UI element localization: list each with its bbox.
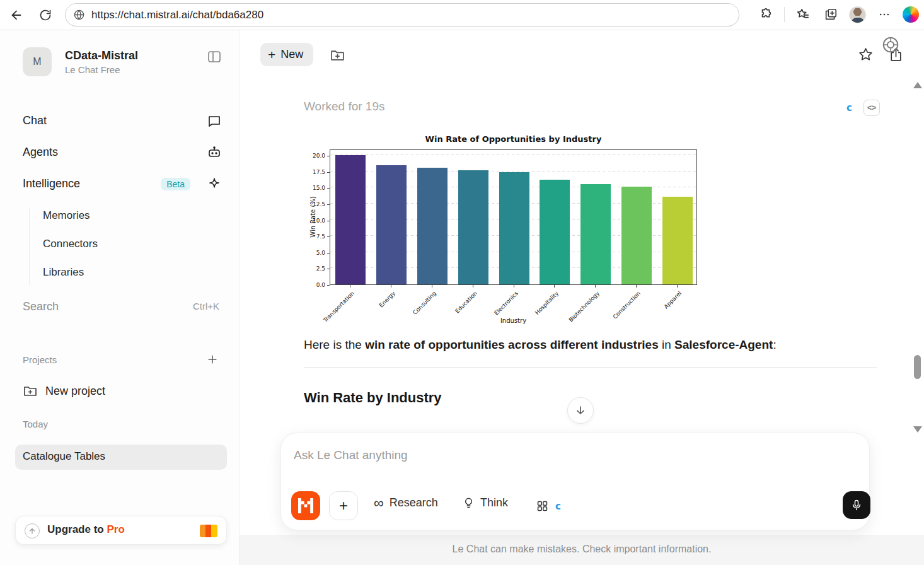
sidebar-collapse-icon[interactable] — [207, 49, 222, 64]
site-globe-icon — [73, 9, 85, 21]
chart-xtick-mark — [473, 285, 473, 288]
browser-window: https://chat.mistral.ai/chat/bda6a280 M … — [0, 0, 924, 565]
chart-bar-apparel — [662, 197, 693, 284]
upgrade-to-pro-button[interactable]: Upgrade to Pro — [15, 516, 227, 545]
think-toggle[interactable]: Think — [463, 496, 508, 510]
sidebar-item-label: Intelligence — [23, 177, 80, 190]
chart-ytick-mark — [327, 156, 330, 156]
new-project-label: New project — [45, 385, 105, 398]
chart-xtick-label: Hospitality — [534, 290, 560, 316]
beta-badge: Beta — [161, 178, 190, 190]
chart-xtick-mark — [636, 285, 637, 288]
new-chat-button[interactable]: + New — [260, 43, 313, 66]
chart-bar-energy — [376, 165, 407, 284]
chart-xtick-label: Education — [454, 290, 478, 315]
extensions-icon[interactable] — [756, 5, 775, 24]
copilot-icon[interactable] — [903, 6, 919, 23]
cdata-tool-icon: c — [555, 501, 560, 512]
message-divider — [304, 367, 877, 368]
back-icon[interactable] — [8, 6, 25, 24]
chart-xtick-mark — [432, 285, 432, 288]
agent-status-text: Worked for 19s — [304, 100, 384, 114]
assistant-message: Here is the win rate of opportunities ac… — [304, 338, 877, 352]
chart-bar-consulting — [417, 168, 448, 284]
add-project-icon[interactable] — [206, 353, 219, 366]
history-item-catalogue-tables[interactable]: Catalogue Tables — [15, 445, 227, 470]
chart-xaxis-label: Industry — [330, 317, 697, 324]
sidebar-item-connectors[interactable]: Connectors — [43, 238, 98, 255]
chart-ytick-mark — [327, 236, 330, 237]
apps-grid-icon — [536, 499, 549, 513]
chart-bar-hospitality — [540, 180, 570, 284]
robot-icon — [207, 145, 222, 160]
history-item-label: Catalogue Tables — [23, 450, 105, 463]
chart-ytick-mark — [327, 204, 330, 205]
chart-ytick-label: 2.5 — [304, 265, 325, 272]
chart-xtick-label: Energy — [378, 290, 396, 308]
chart-ytick-label: 17.5 — [304, 169, 325, 175]
projects-section-label: Projects — [23, 354, 57, 365]
model-selector-button[interactable] — [291, 491, 320, 520]
scrollbar-down-arrow[interactable] — [913, 426, 922, 433]
collections-icon[interactable] — [821, 5, 840, 24]
chart-xtick-label: Consulting — [412, 290, 437, 316]
voice-input-button[interactable] — [843, 491, 870, 519]
section-heading: Win Rate by Industry — [304, 390, 442, 406]
search-label: Search — [23, 300, 59, 313]
upgrade-label: Upgrade to Pro — [47, 523, 125, 536]
chart-plot-area — [330, 149, 697, 285]
chart-ytick-label: 5.0 — [304, 250, 325, 256]
scrollbar-thumb[interactable] — [914, 355, 921, 379]
scroll-to-bottom-button[interactable] — [567, 397, 594, 424]
chart-ytick-label: 15.0 — [304, 185, 325, 191]
workspace-plan: Le Chat Free — [65, 64, 120, 75]
profile-avatar[interactable] — [849, 6, 866, 23]
sidebar-item-search[interactable]: Search Ctrl+K — [0, 300, 240, 319]
sidebar-item-libraries[interactable]: Libraries — [43, 266, 84, 284]
infinity-icon: ∞ — [374, 499, 384, 508]
favorites-icon[interactable] — [794, 5, 812, 24]
address-bar[interactable]: https://chat.mistral.ai/chat/bda6a280 — [65, 3, 739, 26]
sidebar-item-chat[interactable]: Chat — [0, 112, 240, 133]
help-icon[interactable] — [881, 35, 900, 54]
star-chat-icon[interactable] — [858, 47, 874, 62]
chat-bubble-icon — [207, 114, 222, 129]
view-code-icon[interactable]: <> — [863, 100, 880, 116]
workspace-avatar[interactable]: M — [23, 47, 52, 76]
app-body: M CData-Mistral Le Chat Free Chat Agents… — [0, 30, 924, 565]
upgrade-arrow-icon — [25, 523, 40, 539]
chart-ytick-mark — [327, 253, 330, 253]
sidebar-item-intelligence[interactable]: Intelligence Beta — [0, 175, 240, 196]
move-to-project-icon[interactable] — [330, 47, 345, 63]
sidebar-item-memories[interactable]: Memories — [43, 209, 90, 227]
tools-button[interactable]: c — [536, 499, 560, 513]
more-menu-icon[interactable] — [875, 5, 894, 24]
chart-bar-construction — [621, 187, 652, 284]
cdata-connector-icon[interactable]: c — [846, 102, 852, 114]
plus-icon: + — [268, 47, 275, 62]
sidebar-item-label: Chat — [23, 114, 47, 127]
chart-bar-transportation — [335, 155, 366, 284]
scrollbar-up-arrow[interactable] — [913, 82, 922, 88]
reload-icon[interactable] — [37, 6, 54, 24]
research-label: Research — [390, 496, 438, 510]
chart-win-rate-by-industry: Win Rate of Opportunities by Industry 0.… — [304, 131, 700, 328]
research-toggle[interactable]: ∞ Research — [374, 496, 438, 510]
attach-button[interactable]: + — [329, 491, 358, 520]
chart-gridline — [330, 154, 696, 155]
sidebar-item-agents[interactable]: Agents — [0, 143, 240, 165]
mistral-logo — [200, 525, 217, 537]
new-project-button[interactable]: New project — [0, 382, 240, 404]
scrollbar[interactable] — [913, 82, 921, 433]
think-label: Think — [480, 496, 508, 510]
chart-ytick-mark — [327, 285, 330, 286]
history-section-label: Today — [23, 419, 48, 429]
chart-xtick-mark — [554, 285, 555, 288]
chat-input[interactable] — [294, 448, 836, 462]
chart-ytick-mark — [327, 221, 330, 221]
footer-bar: Le Chat can make mistakes. Check importa… — [240, 535, 924, 565]
subnav-indent-guide — [29, 208, 30, 285]
folder-plus-icon — [23, 383, 38, 399]
chat-main: + New Worked for 19s c <> Win Rate of Op… — [240, 30, 924, 565]
chart-xtick-mark — [350, 285, 350, 288]
